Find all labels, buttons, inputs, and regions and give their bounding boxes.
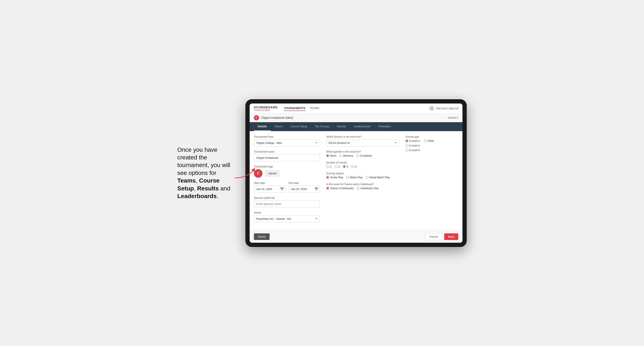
format-6count5-radio[interactable] xyxy=(406,149,408,152)
cancel-button[interactable]: Cancel xyxy=(425,233,442,240)
logo-subtitle: Powered by clippd xyxy=(254,109,278,111)
logo-title: SCOREBOARD xyxy=(254,106,278,109)
teams-plus-individuals-label[interactable]: Teams (+Individuals) xyxy=(326,187,354,190)
format-row-1: 5 count 4 Other xyxy=(406,139,458,142)
sponsor-input[interactable] xyxy=(254,200,320,207)
form-area: Tournament Host Clippd College - Men Tou… xyxy=(250,131,462,230)
tab-results[interactable]: Results xyxy=(333,122,350,131)
tournament-name-group: Tournament name xyxy=(254,150,320,161)
arrow-icon xyxy=(235,167,256,180)
scoring-stroke-label[interactable]: Stroke Play xyxy=(326,176,343,179)
scoring-radio-group: Stroke Play Match Play Medal Match Play xyxy=(326,176,399,179)
tournament-name: Clippd Invitational xyxy=(261,116,285,119)
format-row-3: 6 count 5 xyxy=(406,149,458,152)
user-text[interactable]: Test User | Sign out xyxy=(436,107,458,110)
tournament-name-input[interactable] xyxy=(254,154,320,161)
cancel-top-button[interactable]: Cancel X xyxy=(448,116,458,119)
end-date-wrapper: 📅 xyxy=(288,185,320,192)
tournament-logo-label: Tournament logo xyxy=(254,165,320,168)
teams-radio-group: Teams (+Individuals) Individuals Only xyxy=(326,187,399,190)
gender-combined-label[interactable]: Combined xyxy=(356,154,372,157)
start-date-label: Start date xyxy=(254,181,286,184)
rounds-3-label[interactable]: 3 xyxy=(343,165,348,168)
scoring-stroke-radio[interactable] xyxy=(326,176,329,179)
teams-label: Is this event for Teams and/or Individua… xyxy=(326,183,399,186)
scoring-match-label[interactable]: Match Play xyxy=(346,176,363,179)
end-date-calendar-icon: 📅 xyxy=(314,187,318,191)
nav-links: TOURNAMENTS TEAMS xyxy=(284,106,429,111)
format-label: Format type xyxy=(406,135,458,138)
venue-label: Venue xyxy=(254,211,320,214)
tournament-logo-group: Tournament logo C Upload xyxy=(254,165,320,178)
tab-leaderboards[interactable]: Leaderboards xyxy=(350,122,374,131)
tab-details[interactable]: Details xyxy=(254,122,271,131)
tab-teams[interactable]: Teams xyxy=(271,122,286,131)
scoring-medal-label[interactable]: Medal Match Play xyxy=(366,176,390,179)
teams-plus-individuals-radio[interactable] xyxy=(326,187,329,189)
individuals-only-label[interactable]: Individuals Only xyxy=(357,187,378,190)
rounds-4-label[interactable]: 4 xyxy=(351,165,356,168)
rounds-4-radio[interactable] xyxy=(351,165,354,168)
user-avatar-icon xyxy=(429,106,434,111)
format-6count4-label[interactable]: 6 count 4 xyxy=(406,144,420,147)
delete-button[interactable]: Delete xyxy=(254,233,270,240)
rounds-1-radio[interactable] xyxy=(326,165,329,168)
format-other-label[interactable]: Other xyxy=(424,139,434,142)
tournament-logo-small: C xyxy=(254,115,259,120)
end-date-group: End date 📅 xyxy=(288,181,320,192)
gender-womens-radio[interactable] xyxy=(340,154,342,157)
rounds-3-radio[interactable] xyxy=(343,165,346,168)
scoring-label: Scoring system xyxy=(326,172,399,175)
tablet-frame: SCOREBOARD Powered by clippd TOURNAMENTS… xyxy=(246,99,467,247)
format-other-radio[interactable] xyxy=(424,139,427,142)
division-select[interactable]: NCAA Division III xyxy=(326,139,399,147)
tab-tee-groups[interactable]: Tee Groups xyxy=(311,122,333,131)
format-6count4-radio[interactable] xyxy=(406,144,408,147)
gender-label: Which gender is the event for? xyxy=(326,150,399,153)
form-col-mid: Which division is the event for? NCAA Di… xyxy=(326,135,399,226)
rounds-2-label[interactable]: 2 xyxy=(334,165,340,168)
scoring-medal-radio[interactable] xyxy=(366,176,368,179)
format-row-2: 6 count 4 xyxy=(406,144,458,147)
gender-womens-label[interactable]: Womens xyxy=(340,154,353,157)
start-date-wrapper: 📅 xyxy=(254,185,286,192)
division-label: Which division is the event for? xyxy=(326,135,399,138)
top-nav: SCOREBOARD Powered by clippd TOURNAMENTS… xyxy=(250,104,462,114)
gender-mens-radio[interactable] xyxy=(326,154,329,157)
sponsor-label: Sponsor (optional) xyxy=(254,196,320,199)
format-group: Format type 5 count 4 Other xyxy=(406,135,458,152)
format-5count4-radio[interactable] xyxy=(406,139,408,142)
individuals-only-radio[interactable] xyxy=(357,187,360,189)
logo-area: SCOREBOARD Powered by clippd xyxy=(254,106,278,111)
tab-course-setup[interactable]: Course Setup xyxy=(286,122,311,131)
teams-group: Is this event for Teams and/or Individua… xyxy=(326,183,399,190)
venue-select[interactable]: Peachtree GC - Atlanta - GA xyxy=(254,215,320,222)
scoring-match-radio[interactable] xyxy=(346,176,349,179)
rounds-1-label[interactable]: 1 xyxy=(326,165,332,168)
start-date-group: Start date 📅 xyxy=(254,181,286,192)
format-6count5-label[interactable]: 6 count 5 xyxy=(406,149,420,152)
tab-printables[interactable]: Printables xyxy=(374,122,394,131)
annotation-text: Once you have created the tournament, yo… xyxy=(177,146,237,200)
nav-teams[interactable]: TEAMS xyxy=(310,106,319,111)
end-date-label: End date xyxy=(288,181,320,184)
logo-upload-area: C Upload xyxy=(254,169,320,178)
gender-combined-radio[interactable] xyxy=(356,154,359,157)
form-col-left: Tournament Host Clippd College - Men Tou… xyxy=(254,135,320,226)
start-date-calendar-icon: 📅 xyxy=(280,187,284,191)
save-button[interactable]: Save xyxy=(444,233,458,240)
format-options: 5 count 4 Other 6 count 4 xyxy=(406,139,458,152)
tournament-host-select[interactable]: Clippd College - Men xyxy=(254,139,320,147)
gender-mens-label[interactable]: Mens xyxy=(326,154,336,157)
upload-button[interactable]: Upload xyxy=(265,171,280,176)
tournament-name-area: Clippd Invitational (Men) xyxy=(261,116,293,119)
venue-group: Venue Peachtree GC - Atlanta - GA xyxy=(254,211,320,222)
format-5count4-label[interactable]: 5 count 4 xyxy=(406,139,420,142)
nav-tournaments[interactable]: TOURNAMENTS xyxy=(284,106,306,111)
scoring-group: Scoring system Stroke Play Match Play Me… xyxy=(326,172,399,179)
rounds-label: Number of rounds xyxy=(326,161,399,164)
rounds-2-radio[interactable] xyxy=(334,165,337,168)
gender-radio-group: Mens Womens Combined xyxy=(326,154,399,157)
tabs-bar: Details Teams Course Setup Tee Groups Re… xyxy=(250,122,462,131)
form-col-right: Format type 5 count 4 Other xyxy=(406,135,458,226)
